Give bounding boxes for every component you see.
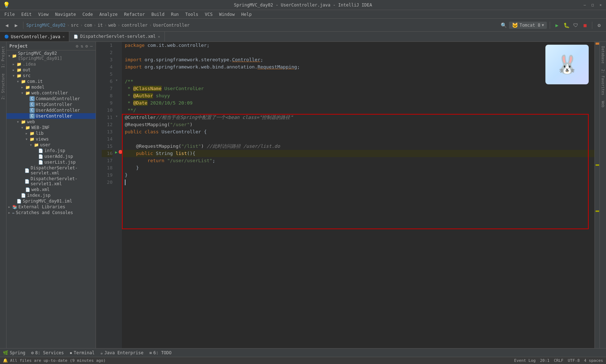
- tree-item-out[interactable]: ▸ 📁 out: [6, 67, 96, 73]
- sidebar-item-structure[interactable]: 2: Structure: [0, 71, 6, 102]
- run-config-label: Tomcat 8: [519, 23, 540, 28]
- panel-gear-icon[interactable]: ⚙: [76, 44, 78, 49]
- maximize-button[interactable]: □: [590, 3, 595, 8]
- tree-item-userlistjsp[interactable]: 📄 userList.jsp: [6, 159, 96, 165]
- run-button[interactable]: ▶: [553, 21, 561, 29]
- tree-item-scratches[interactable]: ▸ ✏️ Scratches and Consoles: [6, 210, 96, 216]
- tree-item-iml[interactable]: 📄 SpringMVC_day01.iml: [6, 198, 96, 204]
- tree-item-usercontroller[interactable]: C UserController: [6, 113, 96, 119]
- tab-close-usercontroller[interactable]: ✕: [62, 35, 65, 39]
- status-left: 🔔 All files are up-to-date (9 minutes ag…: [3, 358, 106, 363]
- bottom-tab-todo[interactable]: ≡ 6: TODO: [149, 350, 172, 355]
- cursor-position[interactable]: 20:1: [540, 358, 550, 363]
- warning-mark-mid[interactable]: [596, 164, 599, 166]
- tree-item-useraddcontroller[interactable]: C UserAddController: [6, 107, 96, 113]
- tab-usercontroller[interactable]: 🔵 UserController.java ✕: [0, 31, 69, 41]
- menu-analyze[interactable]: Analyze: [96, 11, 120, 18]
- error-mark-top[interactable]: [596, 43, 599, 45]
- menu-window[interactable]: Window: [216, 11, 237, 18]
- title-bar: 💡 SpringMVC_day02 - UserController.java …: [0, 0, 606, 10]
- tree-item-model[interactable]: ▸ 📁 model: [6, 84, 96, 90]
- menu-view[interactable]: View: [35, 11, 52, 18]
- mascot-image: 🐰: [545, 45, 589, 84]
- fold-marker-6[interactable]: ▾: [115, 78, 118, 83]
- menu-file[interactable]: File: [1, 11, 18, 18]
- tree-item-comit[interactable]: ▾ 📁 com.it: [6, 79, 96, 84]
- tree-item-dispatcher1[interactable]: 📄 DispatcherServlet-servlet.xml: [6, 165, 96, 176]
- line-ending[interactable]: CRLF: [554, 358, 563, 363]
- code-line-13: public class UserController {: [122, 128, 594, 136]
- tree-item-web[interactable]: ▾ 📁 web: [6, 119, 96, 125]
- tree-item-useraddjsp[interactable]: 📄 userAdd.jsp: [6, 154, 96, 159]
- tab-dispatcherservlet[interactable]: 📄 DispatcherServlet-servlet.xml ✕: [69, 31, 165, 41]
- run-coverage-button[interactable]: 🛡: [572, 21, 580, 29]
- tab-close-dispatcherservlet[interactable]: ✕: [158, 35, 160, 39]
- toolbar: ◀ ▶ SpringMVC_day02 › src › com › it › w…: [0, 19, 606, 32]
- status-right: Event Log 20:1 CRLF UTF-8 4 spaces: [514, 358, 603, 363]
- menu-edit[interactable]: Edit: [18, 11, 35, 18]
- tree-item-indexjsp[interactable]: 📄 index.jsp: [6, 192, 96, 198]
- tree-item-webxml[interactable]: 📄 web.xml: [6, 187, 96, 192]
- panel-close-icon[interactable]: —: [90, 44, 93, 49]
- stop-button[interactable]: ■: [581, 21, 589, 29]
- java-enterprise-icon: ☕: [100, 350, 103, 355]
- menu-help[interactable]: Help: [238, 11, 255, 18]
- tree-item-views[interactable]: ▾ 📁 views: [6, 136, 96, 142]
- sidebar-item-database[interactable]: Database: [600, 43, 606, 66]
- menu-code[interactable]: Code: [80, 11, 96, 18]
- tree-item-src[interactable]: ▾ 📁 src: [6, 73, 96, 79]
- toolbar-forward-button[interactable]: ▶: [12, 21, 20, 29]
- tree-item-infojsp[interactable]: 📄 info.jsp: [6, 148, 96, 154]
- sidebar-item-web[interactable]: Web: [600, 98, 606, 110]
- tree-item-dispatcher2[interactable]: 📄 DispatcherServlet-servlet1.xml: [6, 176, 96, 187]
- bottom-tab-spring[interactable]: 🌿 Spring: [3, 350, 25, 355]
- menu-build[interactable]: Build: [149, 11, 167, 18]
- settings-button[interactable]: ⚙: [595, 21, 603, 29]
- tab-label-dispatcherservlet: DispatcherServlet-servlet.xml: [80, 34, 156, 39]
- sidebar-item-project[interactable]: 1: Project: [0, 43, 6, 71]
- tree-item-root[interactable]: ▾ 📁 SpringMVC_day02 [SpringMVC_day01]: [6, 50, 96, 61]
- bottom-tab-java-enterprise[interactable]: ☕ Java Enterprise: [100, 350, 144, 355]
- tree-item-user-folder[interactable]: ▾ 📁 user: [6, 142, 96, 148]
- code-line-1: package com.it.web.controller;: [122, 42, 594, 49]
- search-button[interactable]: 🔍: [500, 21, 508, 29]
- run-gutter-button[interactable]: ▶: [115, 150, 118, 155]
- menu-tools[interactable]: Tools: [183, 11, 201, 18]
- debug-button[interactable]: 🐛: [562, 21, 570, 29]
- encoding[interactable]: UTF-8: [568, 358, 580, 363]
- panel-settings-icon[interactable]: ⚙: [85, 44, 88, 49]
- panel-scroll-icon[interactable]: ⇅: [80, 44, 83, 49]
- code-line-11: @Controller//相当于在Spring中配置了一个<bean class…: [122, 114, 594, 121]
- minimize-button[interactable]: —: [582, 3, 587, 8]
- menu-vcs[interactable]: VCS: [202, 11, 216, 18]
- tree-item-httpcontroller[interactable]: C HttpController: [6, 102, 96, 107]
- tree-item-commandcontroller[interactable]: C CommandController: [6, 96, 96, 102]
- tree-item-webcontroller[interactable]: ▾ 📁 web.controller: [6, 90, 96, 96]
- menu-navigate[interactable]: Navigate: [52, 11, 79, 18]
- tree-item-lib[interactable]: ▸ 📁 lib: [6, 130, 96, 136]
- code-editor[interactable]: 12345 678910 1112131415 16 17181920 ▾ ▾ …: [96, 42, 600, 348]
- menu-refactor[interactable]: Refactor: [121, 11, 148, 18]
- tree-item-external-libs[interactable]: ▸ 📚 External Libraries: [6, 204, 96, 210]
- menu-run[interactable]: Run: [168, 11, 182, 18]
- code-content[interactable]: package com.it.web.controller; import or…: [122, 42, 594, 348]
- tree-item-idea[interactable]: ▸ 📁 .idea: [6, 61, 96, 67]
- bottom-tab-terminal[interactable]: ▪ Terminal: [70, 350, 95, 355]
- bottom-tab-services[interactable]: ⚙ 8: Services: [31, 350, 64, 355]
- code-line-19: }: [122, 172, 594, 179]
- left-side-icons: 1: Project 2: Structure: [0, 42, 6, 348]
- project-panel-header: Project ⚙ ⇅ ⚙ —: [6, 42, 96, 50]
- event-log-link[interactable]: Event Log: [514, 358, 536, 363]
- toolbar-back-button[interactable]: ◀: [3, 21, 11, 29]
- close-button[interactable]: ✕: [598, 3, 603, 8]
- run-config-selector[interactable]: 🐱 Tomcat 8 ▼: [509, 22, 547, 29]
- warning-mark-mid2[interactable]: [596, 210, 599, 212]
- toolbar-breadcrumb: SpringMVC_day02 › src › com › it › web ›…: [26, 23, 190, 28]
- fold-marker-11[interactable]: ▾: [115, 114, 118, 119]
- gutter-fold: [96, 42, 102, 348]
- sidebar-item-favorites[interactable]: 2: Favorites: [600, 66, 606, 98]
- indent[interactable]: 4 spaces: [584, 358, 603, 363]
- breadcrumb-project[interactable]: SpringMVC_day02: [26, 23, 65, 28]
- status-bar: 🔔 All files are up-to-date (9 minutes ag…: [0, 357, 606, 364]
- tree-item-webinf[interactable]: ▾ 📁 WEB-INF: [6, 125, 96, 130]
